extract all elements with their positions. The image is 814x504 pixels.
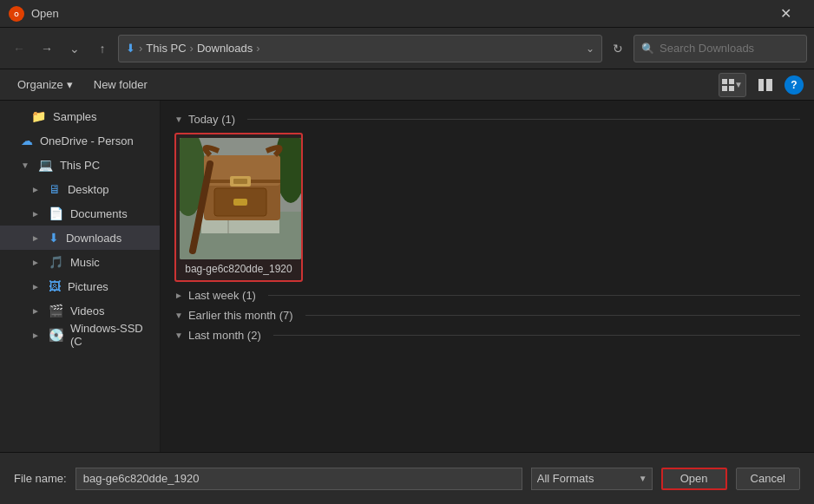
content-area: ▼ Today (1)	[161, 101, 814, 452]
sidebar-item-label: Desktop	[68, 183, 109, 196]
sidebar: 📁 Samples ☁ OneDrive - Person ▼ 💻 This P…	[0, 101, 161, 452]
window-title: Open	[31, 7, 765, 20]
svg-rect-20	[233, 179, 247, 184]
path-icon: ⬇	[126, 42, 135, 55]
file-name-bag: bag-ge6c820dde_1920	[180, 263, 298, 277]
music-icon: 🎵	[49, 255, 63, 269]
sidebar-item-documents[interactable]: ► 📄 Documents	[0, 201, 160, 226]
svg-text:O: O	[14, 11, 19, 17]
group-header-today[interactable]: ▼ Today (1)	[174, 113, 800, 126]
group-title-lastweek: Last week (1)	[188, 289, 256, 302]
expand-arrow: ►	[31, 282, 40, 291]
new-folder-button[interactable]: New folder	[87, 74, 154, 96]
sidebar-item-label: OneDrive - Person	[40, 134, 134, 147]
sidebar-item-label: Videos	[70, 304, 105, 317]
address-bar[interactable]: ⬇ › This PC › Downloads › ⌄	[118, 35, 602, 62]
bag-svg	[180, 138, 301, 259]
sidebar-item-music[interactable]: ► 🎵 Music	[0, 250, 160, 274]
filetype-wrapper: All Formats JPEG PNG BMP GIF TIFF ▼	[531, 468, 653, 490]
view-toggle-button[interactable]: ▼	[719, 73, 746, 97]
toolbar: Organize ▾ New folder ▼ ?	[0, 69, 814, 101]
search-input[interactable]	[660, 42, 799, 55]
titlebar: O Open ✕	[0, 0, 814, 28]
help-button[interactable]: ?	[784, 75, 804, 95]
expand-arrow: ►	[31, 258, 40, 267]
svg-rect-4	[722, 86, 727, 91]
group-header-lastweek[interactable]: ► Last week (1)	[174, 289, 800, 302]
sidebar-item-thispc[interactable]: ▼ 💻 This PC	[0, 153, 160, 177]
drive-icon: 💽	[49, 328, 63, 342]
sidebar-item-videos[interactable]: ► 🎬 Videos	[0, 298, 160, 323]
expand-arrow: ▼	[21, 160, 30, 170]
svg-rect-23	[233, 199, 247, 206]
sidebar-item-samples[interactable]: 📁 Samples	[0, 104, 160, 128]
downloads-icon: ⬇	[49, 231, 59, 245]
group-separator	[247, 119, 800, 120]
organize-arrow: ▾	[67, 78, 73, 91]
expand-arrow: ►	[31, 233, 40, 243]
search-box[interactable]: 🔍	[633, 35, 807, 62]
address-dropdown-arrow[interactable]: ⌄	[586, 43, 594, 55]
open-button[interactable]: Open	[661, 468, 727, 490]
group-title-lastmonth: Last month (2)	[188, 329, 261, 342]
path-segment-thispc: This PC	[146, 42, 186, 55]
svg-rect-6	[758, 79, 764, 91]
cancel-button[interactable]: Cancel	[736, 468, 800, 490]
sidebar-item-pictures[interactable]: ► 🖼 Pictures	[0, 274, 160, 298]
search-icon: 🔍	[641, 43, 654, 55]
main-area: 📁 Samples ☁ OneDrive - Person ▼ 💻 This P…	[0, 101, 814, 452]
sidebar-item-label: Music	[70, 256, 100, 269]
group-header-earlier[interactable]: ▼ Earlier this month (7)	[174, 309, 800, 322]
file-thumbnail	[180, 138, 301, 259]
sidebar-item-label: Windows-SSD (C	[70, 322, 153, 348]
address-bar-row: ← → ⌄ ↑ ⬇ › This PC › Downloads › ⌄ ↻ 🔍	[0, 28, 814, 69]
sidebar-item-label: Downloads	[66, 232, 121, 245]
refresh-button[interactable]: ↻	[606, 36, 630, 61]
sidebar-item-label: This PC	[60, 159, 100, 172]
sidebar-item-onedrive[interactable]: ☁ OneDrive - Person	[0, 128, 160, 153]
group-title-earlier: Earlier this month (7)	[188, 309, 293, 322]
pictures-icon: 🖼	[49, 279, 61, 293]
back-button[interactable]: ←	[7, 36, 31, 61]
expand-arrow: ►	[31, 306, 40, 316]
group-expand-arrow: ▼	[174, 331, 183, 340]
expand-arrow: ►	[31, 185, 40, 194]
sidebar-item-label: Pictures	[68, 280, 108, 293]
sidebar-item-downloads[interactable]: ► ⬇ Downloads	[0, 226, 160, 250]
up-button[interactable]: ↑	[90, 36, 115, 61]
onedrive-icon: ☁	[21, 134, 33, 147]
app-icon: O	[9, 6, 24, 22]
group-header-lastmonth[interactable]: ▼ Last month (2)	[174, 329, 800, 342]
group-expand-arrow: ▼	[174, 115, 183, 124]
file-grid-today: bag-ge6c820dde_1920	[174, 133, 800, 282]
videos-icon: 🎬	[49, 304, 63, 317]
pane-button[interactable]	[753, 73, 778, 97]
group-separator	[273, 335, 800, 336]
svg-rect-2	[722, 79, 727, 84]
expand-arrow: ►	[31, 331, 40, 340]
sidebar-item-label: Samples	[53, 110, 97, 123]
new-folder-label: New folder	[94, 78, 148, 91]
filetype-select[interactable]: All Formats JPEG PNG BMP GIF TIFF	[531, 468, 653, 490]
pc-icon: 💻	[38, 158, 53, 172]
recent-locations-button[interactable]: ⌄	[62, 36, 87, 61]
group-expand-arrow: ►	[174, 291, 183, 300]
organize-button[interactable]: Organize ▾	[10, 74, 80, 96]
filename-input[interactable]	[75, 468, 522, 490]
sidebar-item-desktop[interactable]: ► 🖥 Desktop	[0, 177, 160, 201]
sidebar-item-windows-ssd[interactable]: ► 💽 Windows-SSD (C	[0, 323, 160, 347]
group-expand-arrow: ▼	[174, 311, 183, 320]
file-item-bag[interactable]: bag-ge6c820dde_1920	[174, 133, 303, 282]
group-separator	[268, 295, 800, 296]
forward-button[interactable]: →	[35, 36, 59, 61]
filename-label: File name:	[14, 472, 67, 485]
expand-arrow: ►	[31, 209, 40, 219]
desktop-icon: 🖥	[49, 182, 61, 196]
folder-icon: 📁	[31, 109, 46, 123]
documents-icon: 📄	[49, 206, 63, 220]
sidebar-item-label: Documents	[70, 207, 128, 220]
close-button[interactable]: ✕	[765, 0, 805, 28]
group-separator	[305, 315, 800, 316]
group-title-today: Today (1)	[188, 113, 235, 126]
view-arrow: ▼	[734, 80, 743, 89]
